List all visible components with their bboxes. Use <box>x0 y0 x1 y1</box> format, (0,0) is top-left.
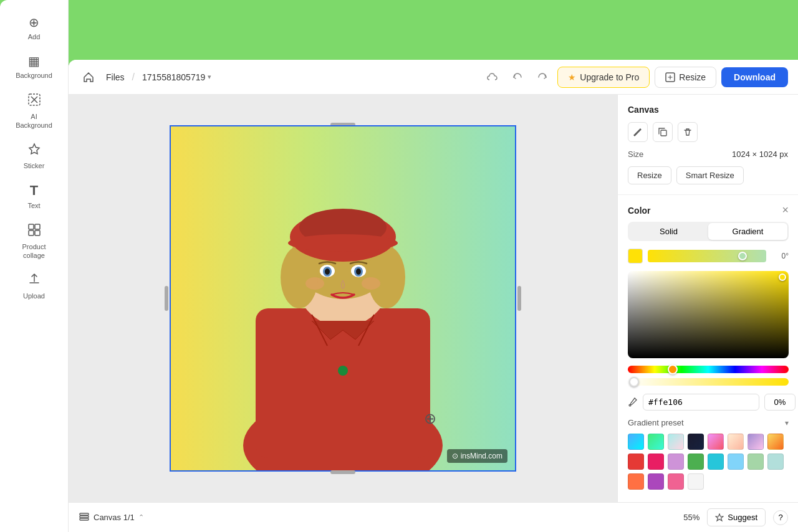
background-icon: ▦ <box>28 54 40 69</box>
sidebar-item-upload[interactable]: Upload <box>6 267 62 305</box>
svg-rect-31 <box>80 513 89 515</box>
preset-swatch-15[interactable] <box>748 454 764 470</box>
zoom-value: 55% <box>683 513 699 522</box>
sidebar-item-text[interactable]: T Text <box>6 178 62 215</box>
preset-swatch-row2-1[interactable] <box>628 473 644 490</box>
resize-handle-right[interactable] <box>517 286 521 311</box>
hue-slider-row <box>618 366 798 378</box>
preset-swatch-10[interactable] <box>648 454 664 470</box>
preset-swatches <box>618 434 798 497</box>
delete-tool-button[interactable] <box>678 122 698 142</box>
model-image <box>218 146 468 470</box>
resize-button[interactable]: Resize <box>655 67 716 88</box>
svg-rect-29 <box>80 516 89 518</box>
preset-swatch-3[interactable] <box>668 434 684 450</box>
preset-swatch-5[interactable] <box>708 434 724 450</box>
filename-display[interactable]: 1715581805719 ▾ <box>142 72 211 82</box>
alpha-slider[interactable] <box>628 378 789 386</box>
eyedropper-button[interactable] <box>628 393 638 411</box>
preset-swatch-12[interactable] <box>688 454 704 470</box>
upgrade-button[interactable]: ★ Upgrade to Pro <box>557 67 650 88</box>
gradient-bar-row: 0° <box>618 249 798 271</box>
canvas-panel-title: Canvas <box>628 105 788 115</box>
gradient-bar[interactable] <box>648 250 766 262</box>
preset-swatch-row2-4[interactable] <box>688 473 704 490</box>
resize-label: Resize <box>679 72 706 82</box>
preset-swatch-row2-2[interactable] <box>648 473 664 490</box>
bottom-bar: Canvas 1/1 ⌃ 55% Suggest ? <box>69 502 798 532</box>
sidebar-item-product-collage[interactable]: Product collage <box>6 218 62 265</box>
color-panel-close-button[interactable]: × <box>782 204 789 217</box>
suggest-button[interactable]: Suggest <box>707 508 766 526</box>
cloud-sync-button[interactable] <box>483 67 502 87</box>
toolbar: Files / 1715581805719 ▾ <box>69 60 798 95</box>
canvas-tools <box>628 122 788 142</box>
gradient-thumb[interactable] <box>738 252 747 260</box>
toolbar-actions: ★ Upgrade to Pro Resize Download <box>483 67 788 88</box>
svg-point-17 <box>288 234 398 252</box>
undo-button[interactable] <box>507 67 527 87</box>
sticker-icon <box>27 142 41 159</box>
copy-tool-button[interactable] <box>653 122 673 142</box>
svg-point-26 <box>338 366 348 376</box>
help-button[interactable]: ? <box>773 510 788 525</box>
preset-swatch-8[interactable] <box>767 434 784 450</box>
tab-solid[interactable]: Solid <box>629 223 708 240</box>
hex-row <box>618 393 798 418</box>
canvas-wrapper: ⊙ insMind.com <box>170 125 516 472</box>
gradient-start-swatch[interactable] <box>628 249 643 264</box>
smart-resize-button[interactable]: Smart Resize <box>676 166 744 184</box>
color-panel: Color × Solid Gradient 0° <box>618 195 798 497</box>
alpha-slider-row <box>618 378 798 393</box>
resize-handle-left[interactable] <box>165 286 168 311</box>
sidebar-item-ai-background[interactable]: AI Background <box>6 88 62 135</box>
filename-text: 1715581805719 <box>142 72 205 82</box>
gradient-preset-arrow[interactable]: ▾ <box>785 419 789 427</box>
preset-swatch-4[interactable] <box>688 434 704 450</box>
hex-input[interactable] <box>643 394 759 411</box>
tab-gradient[interactable]: Gradient <box>708 223 787 240</box>
sidebar-item-background-label: Background <box>16 71 52 80</box>
opacity-input[interactable] <box>764 394 796 411</box>
sidebar-item-add[interactable]: ⊕ Add <box>6 10 62 46</box>
sidebar-item-background[interactable]: ▦ Background <box>6 49 62 85</box>
preset-swatch-row2-3[interactable] <box>668 473 684 490</box>
canvas-label: Canvas 1/1 <box>94 513 135 522</box>
preset-swatch-1[interactable] <box>628 434 644 450</box>
sidebar-item-sticker[interactable]: Sticker <box>6 137 62 175</box>
color-picker-thumb[interactable] <box>779 273 786 281</box>
hue-thumb[interactable] <box>668 364 678 374</box>
home-button[interactable] <box>79 67 99 87</box>
svg-point-23 <box>356 268 361 275</box>
redo-button[interactable] <box>532 67 552 87</box>
preset-swatch-14[interactable] <box>728 454 744 470</box>
layers-button[interactable]: Canvas 1/1 ⌃ <box>79 512 144 523</box>
preset-swatch-9[interactable] <box>628 454 644 470</box>
help-label: ? <box>778 513 782 522</box>
preset-swatch-6[interactable] <box>728 434 744 450</box>
canvas-area[interactable]: ⊙ insMind.com ⊕ <box>69 95 617 502</box>
files-nav[interactable]: Files <box>106 72 125 82</box>
svg-rect-6 <box>35 230 40 235</box>
svg-rect-30 <box>80 518 89 520</box>
canvas-resize-button[interactable]: Resize <box>628 166 671 184</box>
sidebar-item-upload-label: Upload <box>23 292 45 300</box>
hue-slider[interactable] <box>628 366 789 373</box>
preset-swatch-16[interactable] <box>767 454 784 470</box>
preset-swatch-13[interactable] <box>708 454 724 470</box>
color-panel-header: Color × <box>618 195 798 222</box>
resize-handle-bottom[interactable] <box>330 470 355 474</box>
alpha-thumb[interactable] <box>629 377 639 387</box>
preset-swatch-11[interactable] <box>668 454 684 470</box>
canvas-frame[interactable]: ⊙ insMind.com <box>170 125 516 472</box>
style-tool-button[interactable] <box>628 122 648 142</box>
preset-swatch-2[interactable] <box>648 434 664 450</box>
expand-icon: ⌃ <box>138 513 144 521</box>
preset-swatch-7[interactable] <box>748 434 764 450</box>
filename-dropdown-icon: ▾ <box>208 73 211 81</box>
size-row: Size 1024 × 1024 px <box>628 150 788 159</box>
gradient-preset-row: Gradient preset ▾ <box>618 418 798 434</box>
download-button[interactable]: Download <box>721 67 788 87</box>
left-sidebar: ⊕ Add ▦ Background AI Background Sticker… <box>0 0 69 532</box>
color-picker-area[interactable] <box>628 271 789 358</box>
